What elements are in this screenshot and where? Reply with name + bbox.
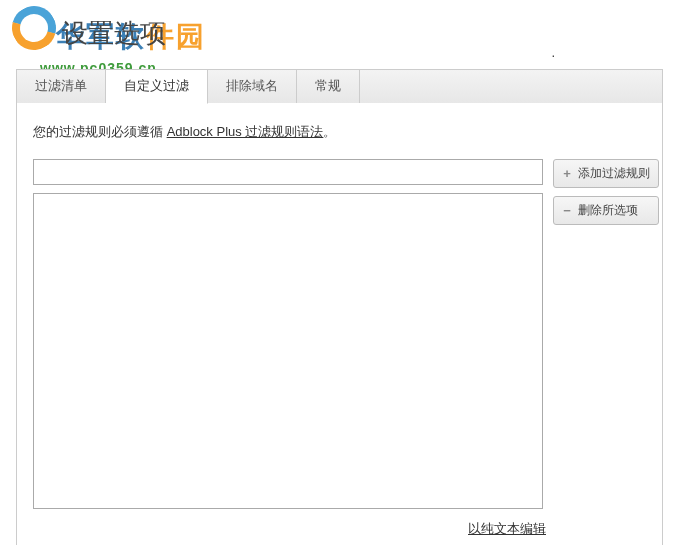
remove-selected-button[interactable]: − 删除所选项 (553, 196, 659, 225)
remove-selected-label: 删除所选项 (578, 202, 638, 219)
minus-icon: − (562, 204, 572, 217)
content-area: 过滤清单 自定义过滤 排除域名 常规 您的过滤规则必须遵循 Adblock Pl… (0, 69, 675, 545)
tab-custom-filters[interactable]: 自定义过滤 (106, 69, 208, 104)
plus-icon: + (562, 167, 572, 180)
filter-rule-input[interactable] (33, 159, 543, 185)
tab-filter-lists[interactable]: 过滤清单 (17, 70, 106, 103)
desc-suffix: 。 (323, 124, 336, 139)
tabs-bar: 过滤清单 自定义过滤 排除域名 常规 (16, 69, 663, 103)
syntax-link[interactable]: Adblock Plus 过滤规则语法 (167, 124, 324, 139)
left-column (33, 159, 543, 512)
filter-list-wrap (33, 193, 543, 512)
bottom-link-row: 以纯文本编辑 (33, 520, 646, 538)
tab-excluded-domains[interactable]: 排除域名 (208, 70, 297, 103)
description-text: 您的过滤规则必须遵循 Adblock Plus 过滤规则语法。 (33, 123, 646, 141)
tab-panel-custom-filters: 您的过滤规则必须遵循 Adblock Plus 过滤规则语法。 + 添加过滤规则… (16, 102, 663, 545)
right-column: + 添加过滤规则 − 删除所选项 (553, 159, 659, 512)
edit-plain-text-link[interactable]: 以纯文本编辑 (468, 521, 546, 536)
tab-general[interactable]: 常规 (297, 70, 360, 103)
add-filter-label: 添加过滤规则 (578, 165, 650, 182)
filter-rules-list[interactable] (33, 193, 543, 509)
page-title: 设置选项 (0, 0, 675, 69)
controls-row: + 添加过滤规则 − 删除所选项 (33, 159, 646, 512)
desc-prefix: 您的过滤规则必须遵循 (33, 124, 167, 139)
add-filter-button[interactable]: + 添加过滤规则 (553, 159, 659, 188)
